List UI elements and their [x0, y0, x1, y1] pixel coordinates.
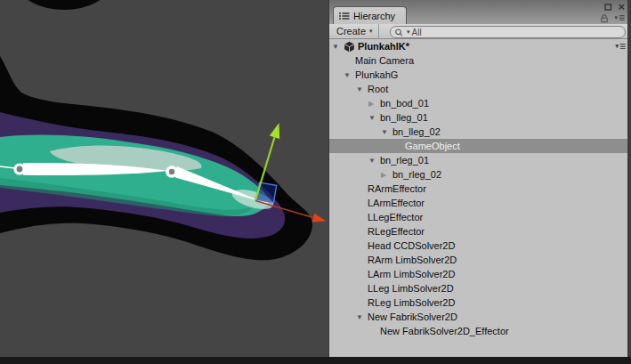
- search-input[interactable]: ▾ All: [390, 26, 626, 38]
- hierarchy-row-lleg-limbsolver2d[interactable]: LLeg LimbSolver2D: [329, 281, 631, 295]
- hierarchy-item-label: Main Camera: [355, 55, 414, 66]
- hierarchy-item-label: RArmEffector: [368, 183, 426, 194]
- dropdown-arrow-icon: ▾: [369, 28, 373, 35]
- hierarchy-row-gameobject[interactable]: GameObject: [329, 139, 631, 153]
- hierarchy-item-label: RArm LimbSolver2D: [368, 255, 457, 265]
- hierarchy-row-bn-rleg-02[interactable]: ▶bn_rleg_02: [329, 167, 631, 182]
- scene-view[interactable]: [0, 0, 328, 364]
- scene-pane-menu-icon[interactable]: ▾ ≡: [615, 42, 626, 51]
- hierarchy-row-rarmeffector[interactable]: RArmEffector: [329, 182, 631, 196]
- maximize-icon[interactable]: [604, 3, 612, 12]
- hierarchy-item-label: LArmEffector: [368, 198, 425, 208]
- hierarchy-list: Main Camera▼PlunkahG▼Root▶bn_bod_01▼bn_l…: [329, 53, 631, 338]
- bone-joint-dot: [17, 166, 23, 173]
- hierarchy-row-rarm-limbsolver2d[interactable]: RArm LimbSolver2D: [329, 253, 631, 267]
- scene-root-row[interactable]: ▼ PlunkahIK* ▾ ≡: [329, 39, 631, 53]
- hierarchy-item-label: Root: [368, 84, 388, 94]
- hierarchy-item-label: bn_lleg_02: [392, 126, 441, 137]
- hierarchy-item-label: PlunkahG: [355, 69, 398, 80]
- foldout-expanded-icon[interactable]: ▼: [332, 43, 341, 51]
- hierarchy-item-label: LLeg LimbSolver2D: [368, 283, 454, 294]
- window-right-edge: [627, 0, 631, 364]
- foldout-collapsed-icon[interactable]: ▶: [368, 100, 380, 108]
- foldout-expanded-icon[interactable]: ▼: [368, 114, 380, 122]
- create-button[interactable]: Create ▾: [329, 24, 379, 38]
- panel-tab-strip: Hierarchy × ▾ ≡: [329, 0, 631, 24]
- hierarchy-item-label: bn_bod_01: [380, 98, 429, 109]
- foldout-expanded-icon[interactable]: ▼: [381, 128, 392, 136]
- hierarchy-row-larm-limbsolver2d[interactable]: LArm LimbSolver2D: [329, 267, 631, 281]
- pane-menu-icon[interactable]: ▾ ≡: [614, 13, 625, 22]
- hierarchy-toolbar: Create ▾ ▾ All: [329, 24, 631, 39]
- lock-icon[interactable]: [600, 13, 609, 23]
- foldout-expanded-icon[interactable]: ▼: [356, 313, 368, 321]
- hierarchy-item-label: New FabrikSolver2D_Effector: [380, 326, 509, 336]
- hierarchy-row-llegeffector[interactable]: LLegEffector: [329, 210, 631, 224]
- window-bottom-edge: [0, 357, 631, 364]
- hierarchy-item-label: bn_rleg_01: [380, 155, 429, 166]
- scene-canvas[interactable]: [0, 0, 328, 364]
- hierarchy-row-head-ccdsolver2d[interactable]: Head CCDSolver2D: [329, 239, 631, 253]
- hierarchy-row-rlegeffector[interactable]: RLegEffector: [329, 224, 631, 239]
- hierarchy-item-label: LArm LimbSolver2D: [368, 269, 455, 279]
- hierarchy-item-label: bn_rleg_02: [392, 169, 441, 180]
- foldout-collapsed-icon[interactable]: ▶: [381, 171, 392, 179]
- bone-joint-dot: [169, 169, 174, 174]
- search-filter-label: All: [412, 28, 422, 37]
- tab-hierarchy[interactable]: Hierarchy: [333, 6, 407, 24]
- hierarchy-item-label: New FabrikSolver2D: [368, 311, 457, 322]
- search-icon[interactable]: [394, 28, 405, 37]
- hierarchy-row-larmeffector[interactable]: LArmEffector: [329, 196, 631, 210]
- hierarchy-row-plunkahg[interactable]: ▼PlunkahG: [329, 68, 631, 82]
- hierarchy-row-new-fabriksolver2d-effector[interactable]: New FabrikSolver2D_Effector: [329, 324, 631, 338]
- search-filter-dropdown-icon[interactable]: ▾: [407, 28, 410, 36]
- scene-root-label: PlunkahIK*: [358, 41, 409, 52]
- hierarchy-row-bn-lleg-01[interactable]: ▼bn_lleg_01: [329, 110, 631, 125]
- hierarchy-list-icon: [339, 12, 350, 20]
- hierarchy-row-new-fabriksolver2d[interactable]: ▼New FabrikSolver2D: [329, 310, 631, 324]
- hierarchy-item-label: RLeg LimbSolver2D: [368, 297, 455, 308]
- foldout-expanded-icon[interactable]: ▼: [368, 157, 380, 165]
- foldout-expanded-icon[interactable]: ▼: [344, 71, 355, 79]
- create-button-label: Create: [336, 26, 366, 36]
- hierarchy-row-root[interactable]: ▼Root: [329, 82, 631, 96]
- hierarchy-item-label: Head CCDSolver2D: [368, 240, 455, 251]
- hierarchy-row-bn-bod-01[interactable]: ▶bn_bod_01: [329, 96, 631, 110]
- hierarchy-row-rleg-limbsolver2d[interactable]: RLeg LimbSolver2D: [329, 295, 631, 310]
- hierarchy-item-label: bn_lleg_01: [380, 112, 428, 123]
- hierarchy-row-bn-rleg-01[interactable]: ▼bn_rleg_01: [329, 153, 631, 167]
- unity-editor-window: Hierarchy × ▾ ≡: [0, 0, 631, 364]
- close-icon[interactable]: ×: [618, 3, 625, 12]
- hierarchy-item-label: LLegEffector: [368, 212, 423, 222]
- window-controls: × ▾ ≡: [600, 2, 625, 23]
- hierarchy-row-main-camera[interactable]: Main Camera: [329, 53, 631, 68]
- tab-label: Hierarchy: [353, 11, 395, 21]
- hierarchy-item-label: RLegEffector: [368, 226, 425, 237]
- unity-cube-icon: [344, 41, 355, 53]
- hierarchy-item-label: GameObject: [405, 141, 460, 151]
- hierarchy-row-bn-lleg-02[interactable]: ▼bn_lleg_02: [329, 125, 631, 139]
- foldout-expanded-icon[interactable]: ▼: [356, 85, 368, 93]
- hierarchy-panel: Hierarchy × ▾ ≡: [328, 0, 631, 364]
